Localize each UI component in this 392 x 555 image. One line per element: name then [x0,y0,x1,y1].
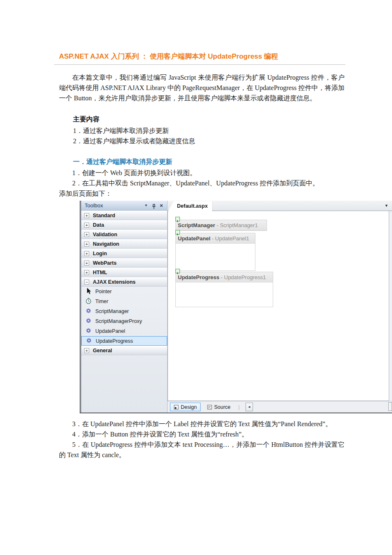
designer-pane: Default.aspx ▼ ScriptManager - ScriptMan… [168,201,392,413]
category-label: Navigation [93,241,119,247]
gear-icon [85,337,92,345]
button-separator: | [239,404,240,410]
category-label: WebParts [93,260,116,266]
smart-tag-icon[interactable] [175,217,180,221]
toc-heading: 主要内容 [73,115,345,124]
pin-icon[interactable] [151,201,157,211]
collapse-pane-arrow-icon[interactable]: ◄ [246,403,253,411]
tab-default-aspx[interactable]: Default.aspx [168,201,212,211]
control-type-label: UpdatePanel [178,235,210,242]
step-3: 3．在 UpdatePanel 控件中添加一个 Label 控件并设置它的 Te… [59,419,345,429]
step-1: 1．创建一个 Web 页面并切换到设计视图。 [59,168,345,178]
category-label: General [93,348,112,353]
toolbox-item-scriptmanager[interactable]: ScriptManager [81,306,167,316]
expand-plus-icon[interactable]: + [84,213,89,218]
source-view-button[interactable]: Source [203,403,234,411]
toolbox-category-general[interactable]: + General [81,346,167,355]
collapse-minus-icon[interactable]: − [84,280,89,285]
toolbox-category-login[interactable]: + Login [81,249,167,258]
smart-tag-icon[interactable] [175,230,180,235]
category-label: Login [93,251,107,256]
clipped-button[interactable] [388,402,392,411]
source-view-icon [207,405,212,410]
step-5: 5．在 UpdateProgress 控件中添加文本 text Processi… [59,439,345,460]
expand-plus-icon[interactable]: + [84,270,89,275]
control-body[interactable] [176,244,255,270]
category-label: Validation [93,232,117,237]
toc-item-1: 1．通过客户端脚本取消异步更新 [73,126,345,136]
page-title: ASP.NET AJAX 入门系列 ： 使用客户端脚本对 UpdateProgr… [59,52,345,61]
toolbox-item-label: UpdateProgress [96,338,133,344]
toolbox-panel: Toolbox ▼ × + Standard + Data + Validati… [81,201,168,413]
source-view-label: Source [214,404,231,410]
expand-plus-icon[interactable]: + [84,232,89,237]
expand-plus-icon[interactable]: + [84,251,89,256]
toolbox-item-label: UpdatePanel [95,328,125,334]
category-label: AJAX Extensions [93,279,136,285]
close-icon[interactable]: × [158,201,164,211]
toolbox-title: Toolbox [85,202,103,209]
design-view-label: Design [181,404,197,410]
toolbox-category-ajax-extensions[interactable]: − AJAX Extensions [81,277,167,287]
design-view-button[interactable]: Design [170,403,201,411]
toolbox-category-navigation[interactable]: + Navigation [81,239,167,249]
toolbox-category-webparts[interactable]: + WebParts [81,258,167,268]
control-id-label: - ScriptManager1 [217,222,258,228]
design-canvas[interactable]: ScriptManager - ScriptManager1 UpdatePan… [168,211,389,401]
control-id-label: - UpdatePanel1 [212,235,249,242]
vs-screenshot: Toolbox ▼ × + Standard + Data + Validati… [80,201,392,413]
timer-icon [85,298,92,305]
toolbox-item-updatepanel[interactable]: UpdatePanel [81,326,167,336]
toolbox-item-timer[interactable]: Timer [81,296,167,306]
gear-icon [85,308,92,315]
category-label: Data [93,222,104,228]
toolbox-category-html[interactable]: + HTML [81,268,167,277]
smart-tag-icon[interactable] [175,269,180,273]
control-scriptmanager[interactable]: ScriptManager - ScriptManager1 [175,220,267,231]
gear-icon [85,327,92,335]
control-type-label: UpdateProgress [178,274,219,280]
expand-plus-icon[interactable]: + [84,223,89,228]
expand-plus-icon[interactable]: + [84,348,89,353]
title-divider [54,64,345,65]
tab-list-dropdown-icon[interactable]: ▼ [385,204,388,208]
toolbox-category-validation[interactable]: + Validation [81,230,167,239]
toolbox-category-data[interactable]: + Data [81,220,167,230]
control-type-label: ScriptManager [178,222,215,228]
document-tabstrip: Default.aspx ▼ [168,201,392,211]
expand-plus-icon[interactable]: + [84,242,89,247]
view-switch-bar: Design Source | ◄ [168,401,392,413]
window-menu-icon[interactable]: ▼ [143,201,149,211]
control-body[interactable] [176,282,273,307]
design-view-icon [174,405,179,410]
step-4: 4．添加一个 Button 控件并设置它的 Text 属性值为“refresh”… [59,429,345,439]
intro-paragraph: 在本篇文章中，我们将通过编写 JavaScript 来使用客户端行为扩展 Upd… [59,72,345,103]
expand-plus-icon[interactable]: + [84,261,89,266]
toolbox-item-label: ScriptManagerProxy [95,318,142,324]
toolbox-titlebar: Toolbox ▼ × [81,201,167,211]
control-updateprogress[interactable]: UpdateProgress - UpdateProgress1 [175,272,273,307]
gear-icon [85,318,92,325]
article: ASP.NET AJAX 入门系列 ： 使用客户端脚本对 UpdateProgr… [59,52,345,460]
control-updatepanel[interactable]: UpdatePanel - UpdatePanel1 [175,233,255,271]
toolbox-item-pointer[interactable]: Pointer [81,287,167,296]
category-label: Standard [93,213,115,218]
step-2: 2．在工具箱中双击 ScriptManager、UpdatePanel、Upda… [59,178,345,188]
screenshot-caption: 添加后页面如下： [59,188,345,199]
pointer-icon [85,288,92,296]
toolbox-item-label: ScriptManager [95,308,129,314]
toc-item-2: 2．通过客户端脚本显示或者隐藏进度信息 [73,136,345,146]
control-id-label: - UpdateProgress1 [221,274,266,280]
toolbox-item-label: Timer [95,299,108,304]
toolbox-item-scriptmanagerproxy[interactable]: ScriptManagerProxy [81,316,167,326]
toolbox-item-updateprogress-selected[interactable]: UpdateProgress [81,336,167,346]
toolbox-item-label: Pointer [95,289,112,294]
section-heading: 一．通过客户端脚本取消异步更新 [73,157,345,166]
category-label: HTML [93,270,107,275]
